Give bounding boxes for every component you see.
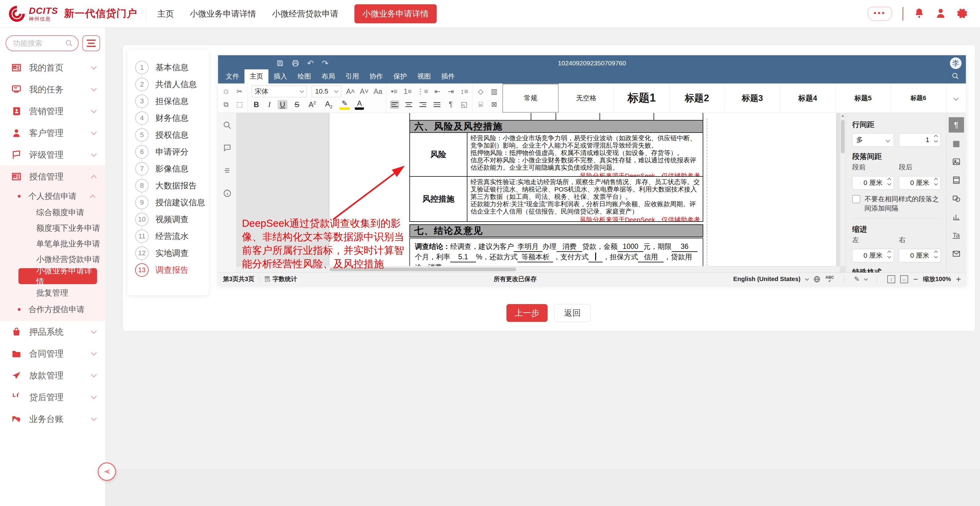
align-left-button-active[interactable]: [390, 100, 399, 109]
field-amount[interactable]: 1000: [617, 241, 643, 252]
gear-icon[interactable]: [957, 8, 968, 20]
zoom-out-button[interactable]: −: [913, 274, 918, 284]
menu-home-active[interactable]: 主页: [245, 69, 269, 84]
scrollbar-thumb[interactable]: [841, 120, 845, 154]
step-guarantee[interactable]: 3担保信息: [127, 93, 209, 109]
sidebar-item-contracts[interactable]: 合同管理: [0, 343, 105, 365]
avatar[interactable]: 李: [950, 57, 962, 69]
menu-references[interactable]: 引用: [340, 69, 364, 84]
sidebar-item-my-tasks[interactable]: 我的任务: [0, 79, 105, 100]
style-heading3[interactable]: 标题3: [725, 84, 780, 113]
comments-icon[interactable]: [223, 144, 232, 152]
style-heading4[interactable]: 标题4: [780, 84, 835, 113]
style-heading2[interactable]: 标题2: [670, 84, 725, 113]
sidebar-item-marketing[interactable]: 营销管理: [0, 100, 105, 122]
paste-icon[interactable]: ⧉: [222, 87, 230, 96]
globe-icon[interactable]: [813, 276, 821, 283]
align-center-button[interactable]: [404, 100, 414, 109]
superscript-button[interactable]: A2: [307, 100, 318, 109]
step-score[interactable]: 6申请评分: [127, 143, 209, 160]
step-imaging[interactable]: 7影像信息: [127, 160, 209, 177]
field-customer-name[interactable]: 李明月: [514, 241, 542, 252]
nav-tab-home[interactable]: 主页: [157, 8, 174, 19]
change-case-icon[interactable]: Aa: [374, 87, 382, 96]
submenu-personal-credit[interactable]: 个人授信申请: [0, 187, 105, 205]
editor-search-icon[interactable]: [952, 72, 959, 81]
style-heading6[interactable]: 标题6: [891, 84, 946, 113]
more-tabs-pill[interactable]: •••: [868, 7, 892, 21]
fit-page-icon[interactable]: ↕: [887, 275, 895, 283]
menu-collapse-button[interactable]: [82, 35, 100, 51]
menu-item-micro-loan-apply[interactable]: 小微经营贷款申请: [0, 252, 105, 267]
nav-tab-detail-active[interactable]: 小微业务申请详情: [355, 4, 437, 23]
menu-item-single-batch[interactable]: 单笔单批业务申请: [0, 236, 105, 252]
field-repay-method[interactable]: 等额本析: [517, 252, 553, 262]
field-loan-type[interactable]: 消费: [557, 241, 582, 252]
indent-right-input[interactable]: 0 厘米: [899, 249, 941, 262]
collapse-float-button[interactable]: [98, 462, 116, 481]
menu-protect[interactable]: 保护: [388, 69, 412, 84]
grow-font-icon[interactable]: A˄: [346, 87, 355, 96]
font-size-select[interactable]: 10.5: [312, 86, 341, 97]
sidebar-item-rating[interactable]: 评级管理: [0, 144, 105, 166]
language-selector[interactable]: English (United States): [733, 276, 801, 282]
styles-more-button[interactable]: [946, 84, 966, 113]
sidebar-item-my-home[interactable]: 我的首页: [0, 57, 105, 79]
text-art-panel-icon[interactable]: Ta: [949, 228, 964, 243]
menu-view[interactable]: 视图: [412, 69, 436, 84]
step-basic-info[interactable]: 1基本信息: [127, 59, 209, 76]
nav-tab-detail[interactable]: 小微业务申请详情: [190, 8, 256, 19]
font-color-button[interactable]: A: [355, 100, 364, 110]
justify-button[interactable]: [433, 100, 442, 109]
select-icon[interactable]: ⬚: [235, 100, 244, 109]
frame-icon[interactable]: ⊠: [490, 100, 498, 109]
decrease-indent-icon[interactable]: ⇤: [433, 87, 442, 96]
underline-button-active[interactable]: U: [278, 100, 287, 109]
increase-indent-icon[interactable]: ⇥: [447, 87, 455, 96]
menu-layout[interactable]: 布局: [316, 69, 340, 84]
menu-item-comprehensive-quota[interactable]: 综合额度申请: [0, 205, 105, 220]
style-heading1[interactable]: 标题1: [614, 84, 670, 113]
back-button[interactable]: 返回: [554, 304, 590, 322]
sidebar-item-credit-mgmt[interactable]: 授信管理: [0, 166, 105, 187]
nav-tab-loan-apply[interactable]: 小微经营贷款申请: [272, 8, 339, 19]
submenu-partner-credit[interactable]: 合作方授信申请: [0, 301, 105, 318]
bell-icon[interactable]: [914, 8, 925, 20]
subscript-button[interactable]: A2: [323, 100, 335, 109]
numbered-list-icon[interactable]: 1≡: [404, 87, 412, 96]
chart-panel-icon[interactable]: [949, 209, 964, 225]
step-authorization[interactable]: 5授权信息: [127, 127, 209, 143]
info-icon[interactable]: [223, 189, 232, 198]
align-right-button[interactable]: [418, 100, 428, 109]
format-painter-icon[interactable]: ⌸: [476, 100, 485, 109]
navigation-icon[interactable]: [223, 166, 232, 175]
step-finance[interactable]: 4财务信息: [127, 109, 209, 127]
menu-item-micro-detail-active[interactable]: 小微业务申请详情: [18, 268, 97, 284]
line-spacing-icon[interactable]: ↕≡: [460, 87, 469, 96]
menu-file[interactable]: 文件: [221, 69, 245, 84]
sidebar-item-ledger[interactable]: 业务台账: [0, 408, 105, 430]
bullet-list-icon[interactable]: •≡: [390, 87, 399, 96]
format-eraser-icon[interactable]: ◇: [476, 87, 485, 96]
editing-mode-icon[interactable]: ✎: [854, 275, 860, 283]
italic-button[interactable]: I: [266, 100, 273, 109]
no-space-same-style-checkbox[interactable]: [852, 195, 860, 203]
zoom-level[interactable]: 缩放100%: [923, 275, 951, 283]
step-business-flow[interactable]: 11经营流水: [127, 228, 209, 244]
cut-icon[interactable]: ✂: [235, 87, 244, 96]
strikethrough-button[interactable]: S: [293, 100, 302, 109]
spacing-after-input[interactable]: 0 厘米: [899, 176, 941, 190]
bold-button[interactable]: B: [251, 100, 261, 109]
step-video-survey[interactable]: 10视频调查: [127, 211, 209, 228]
step-credit-advice[interactable]: 9授信建议信息: [127, 194, 209, 211]
shrink-font-icon[interactable]: A˅: [360, 87, 369, 96]
menu-insert[interactable]: 插入: [269, 69, 293, 84]
page-indicator[interactable]: 第3页共3页: [223, 275, 254, 283]
shading-icon[interactable]: ◱: [460, 100, 469, 109]
field-rate[interactable]: 5.1: [450, 252, 476, 262]
header-footer-panel-icon[interactable]: [949, 173, 964, 188]
menu-collaborate[interactable]: 协作: [364, 69, 388, 84]
font-name-select[interactable]: 宋体: [251, 86, 307, 97]
menu-item-approval-mgmt[interactable]: 批复管理: [0, 285, 105, 301]
step-coborrower[interactable]: 2共借人信息: [127, 76, 209, 93]
